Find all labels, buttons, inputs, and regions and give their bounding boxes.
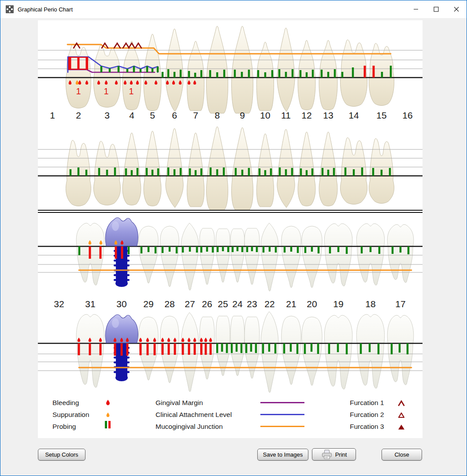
probing-bar: [114, 343, 116, 356]
probing-bar: [322, 168, 324, 176]
mgj-swatch: [260, 426, 304, 427]
tooth-number-3: 3: [104, 110, 110, 120]
probing-bar: [279, 167, 281, 176]
probing-bar: [195, 170, 197, 176]
probing-bar: [227, 246, 230, 252]
probing-bar: [352, 67, 354, 78]
print-button[interactable]: Print: [312, 448, 356, 461]
probing-bar: [89, 343, 91, 355]
probing-bar: [180, 70, 182, 78]
legend-probing-label: Probing: [52, 423, 76, 431]
window-controls: [406, 0, 467, 18]
tooth-number-13: 13: [323, 110, 333, 120]
probing-bar: [311, 343, 313, 352]
tooth-number-22: 22: [264, 299, 274, 309]
probing-bar: [210, 167, 212, 176]
save-to-images-button[interactable]: Save to Images: [257, 449, 308, 461]
tooth-number-6: 6: [172, 110, 177, 120]
probing-bar: [269, 246, 271, 252]
probing-bar: [292, 69, 294, 78]
probing-bar: [333, 168, 335, 176]
tooth-number-23: 23: [247, 299, 257, 309]
tooth-number-32: 32: [54, 299, 64, 309]
tooth-number-7: 7: [193, 110, 198, 120]
app-icon: [6, 5, 14, 13]
legend-cal-label: Clinical Attachment Level: [156, 411, 232, 419]
probing-bar: [407, 343, 409, 354]
probing-bar: [337, 246, 340, 252]
probing-bar: [152, 170, 154, 176]
probing-bar: [205, 343, 207, 355]
probing-bar: [128, 246, 130, 254]
perio-chart-panel[interactable]: 1111234567891011121314151632313029282726…: [38, 20, 423, 438]
probing-bar: [155, 246, 157, 253]
probing-bar: [341, 72, 344, 78]
probing-bar: [259, 168, 261, 176]
probing-bar: [248, 168, 250, 176]
probing-bar: [381, 72, 383, 78]
legend-furcation3-label: Furcation 3: [350, 423, 384, 431]
probing-bar: [283, 343, 285, 353]
furcation2-icon: [397, 412, 405, 420]
probing-bar: [245, 343, 248, 353]
tooth-number-28: 28: [164, 299, 174, 309]
probing-bar: [174, 343, 176, 355]
probing-bar: [168, 343, 170, 355]
probing-bar: [408, 246, 410, 254]
probing-bar: [70, 169, 72, 176]
furcation1-icon: [397, 400, 405, 408]
close-button[interactable]: [446, 0, 467, 18]
probing-bar: [237, 246, 239, 251]
probing-bar: [361, 167, 363, 176]
legend-furcation1-label: Furcation 1: [350, 399, 384, 407]
probing-bar: [300, 70, 302, 78]
probing-bar: [337, 343, 339, 352]
probing-bar: [106, 170, 108, 176]
probing-bar: [189, 168, 191, 176]
probing-bar: [392, 246, 394, 254]
probing-bar: [210, 343, 212, 355]
tooth-number-27: 27: [185, 299, 195, 309]
implant-crown-highlight: [112, 318, 119, 328]
tooth-number-5: 5: [150, 110, 155, 120]
probing-bar: [318, 246, 320, 253]
tooth-number-10: 10: [260, 110, 270, 120]
probing-bar: [241, 72, 243, 78]
probing-bar: [162, 343, 164, 355]
probing-bar: [346, 246, 348, 254]
probing-bar: [89, 246, 91, 259]
probing-bar: [200, 168, 203, 176]
mobility-label: 1: [76, 86, 81, 96]
probing-bar: [162, 72, 164, 78]
maximize-button[interactable]: [426, 0, 446, 18]
probing-bar: [300, 168, 302, 176]
probing-bar: [182, 343, 184, 355]
probing-bar: [196, 246, 198, 253]
probing-bar: [251, 246, 253, 251]
probing-bar: [121, 246, 123, 259]
probing-bar: [100, 66, 103, 72]
probing-bar: [226, 343, 228, 353]
setup-colors-button[interactable]: Setup Colors: [38, 449, 85, 461]
perio-chart[interactable]: 1111234567891011121314151632313029282726…: [38, 20, 423, 438]
probing-bar: [361, 246, 363, 253]
probing-bar: [209, 70, 211, 78]
titlebar: Graphical Perio Chart: [0, 0, 467, 18]
tooth-number-26: 26: [202, 299, 212, 309]
probing-bar: [264, 72, 267, 78]
app-window: Graphical Perio Chart 111123456789101112…: [0, 0, 467, 476]
legend-gingival-margin-label: Gingival Margin: [156, 399, 203, 407]
probing-bar: [400, 246, 402, 253]
tooth-number-19: 19: [333, 299, 343, 309]
probing-bar: [285, 72, 287, 78]
close-window-button[interactable]: Close: [382, 449, 422, 461]
minimize-button[interactable]: [406, 0, 426, 18]
probing-bar: [360, 343, 362, 354]
probing-bar: [157, 67, 159, 72]
tooth-number-4: 4: [129, 110, 134, 120]
probing-bar: [321, 70, 323, 78]
tooth-number-8: 8: [215, 110, 220, 120]
probing-bar: [109, 68, 111, 72]
probing-bar: [373, 66, 375, 78]
legend-suppuration-label: Suppuration: [52, 411, 89, 419]
